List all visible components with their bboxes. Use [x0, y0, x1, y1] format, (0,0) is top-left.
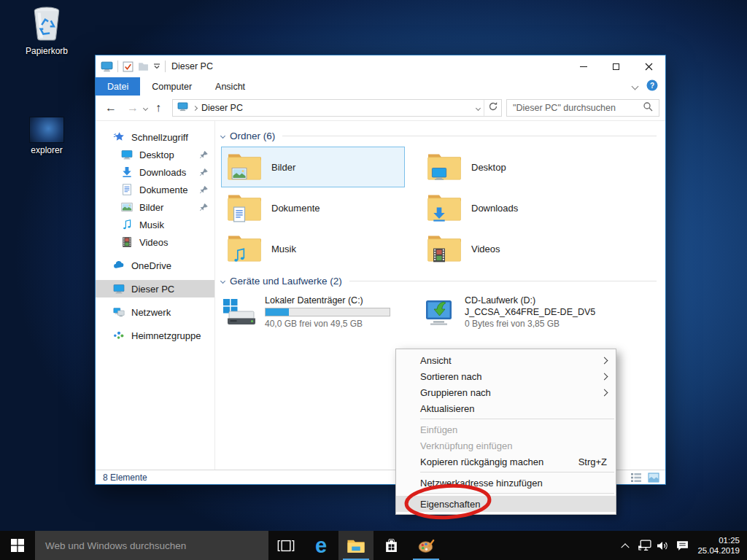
sidebar-item[interactable]: Netzwerk: [96, 303, 214, 321]
explorer-shortcut[interactable]: explorer: [15, 117, 78, 155]
details-view-icon[interactable]: [630, 472, 642, 483]
minimize-button[interactable]: [567, 55, 600, 77]
sidebar-item[interactable]: Heimnetzgruppe: [96, 327, 214, 344]
group-title: Geräte und Laufwerke (2): [230, 276, 342, 287]
new-folder-icon[interactable]: [138, 62, 149, 71]
store-taskbar-icon[interactable]: [374, 531, 409, 560]
recent-locations-chevron-icon[interactable]: [143, 105, 148, 110]
note-icon: [231, 247, 247, 263]
ribbon-tab[interactable]: Computer: [140, 77, 204, 96]
location-icon: [177, 101, 188, 114]
task-view-button[interactable]: [268, 531, 303, 560]
drive-d-tile[interactable]: CD-Laufwerk (D:) J_CCSA_X64FRE_DE-DE_DV5…: [421, 292, 621, 332]
taskbar-search-input[interactable]: Web und Windows durchsuchen: [35, 531, 268, 560]
volume-label: J_CCSA_X64FRE_DE-DE_DV5: [465, 306, 595, 318]
context-menu-item[interactable]: [420, 419, 614, 419]
sidebar-item[interactable]: Musik: [96, 216, 214, 233]
close-button[interactable]: [632, 55, 665, 77]
sidebar-item[interactable]: Dokumente: [96, 181, 214, 198]
volume-icon[interactable]: [654, 531, 673, 560]
star-icon: [113, 131, 125, 143]
folder-tile[interactable]: Desktop: [421, 147, 605, 187]
sidebar-item[interactable]: Downloads: [96, 163, 214, 181]
ribbon-tab[interactable]: Datei: [96, 77, 140, 96]
film-icon: [121, 236, 133, 248]
context-menu-item[interactable]: Einfügen: [396, 421, 616, 438]
edge-taskbar-icon[interactable]: e: [303, 531, 338, 560]
tray-chevron-icon[interactable]: [616, 531, 635, 560]
hard-drive-icon: [221, 297, 256, 327]
context-menu-item[interactable]: Netzwerkadresse hinzufügen: [396, 475, 616, 491]
collapse-chevron-icon[interactable]: [220, 133, 225, 138]
collapse-chevron-icon[interactable]: [220, 278, 225, 283]
customize-qat-chevron-icon[interactable]: [153, 63, 160, 69]
sidebar-item[interactable]: OneDrive: [96, 257, 214, 274]
homegroup-icon: [113, 330, 125, 341]
up-button[interactable]: ↑: [150, 102, 166, 114]
drives-grid: Lokaler Datenträger (C:) 40,0 GB frei vo…: [221, 292, 659, 332]
recycle-bin-shortcut[interactable]: Papierkorb: [15, 6, 78, 56]
breadcrumb-chevron-icon[interactable]: [193, 105, 198, 110]
refresh-icon[interactable]: [488, 101, 498, 114]
properties-checkbox-icon[interactable]: [123, 61, 133, 72]
start-button[interactable]: [0, 531, 35, 560]
help-icon[interactable]: ?: [646, 79, 658, 94]
clock-date: 25.04.2019: [692, 545, 740, 556]
context-menu-item[interactable]: [420, 472, 614, 472]
taskbar: Web und Windows durchsuchen e 01:25 25.0…: [0, 531, 747, 560]
film-icon: [431, 247, 447, 263]
folder-tile[interactable]: Bilder: [221, 147, 405, 187]
folder-tile[interactable]: Dokumente: [221, 187, 405, 228]
maximize-button[interactable]: [600, 55, 632, 77]
drive-name: CD-Laufwerk (D:): [465, 295, 595, 306]
context-menu-item[interactable]: Ansicht: [396, 352, 616, 368]
recycle-bin-label: Papierkorb: [15, 46, 78, 56]
sidebar-item[interactable]: Videos: [96, 233, 214, 251]
search-input[interactable]: "Dieser PC" durchsuchen: [506, 99, 659, 117]
drive-c-tile[interactable]: Lokaler Datenträger (C:) 40,0 GB frei vo…: [221, 292, 421, 332]
doc-icon: [121, 184, 133, 195]
sidebar-item[interactable]: Schnellzugriff: [96, 128, 214, 146]
group-title: Ordner (6): [230, 131, 275, 141]
context-menu-item[interactable]: Sortieren nach: [396, 368, 616, 384]
pin-icon: [199, 185, 209, 195]
context-menu-item[interactable]: [420, 493, 614, 494]
submenu-arrow-icon: [601, 357, 608, 364]
context-menu-item[interactable]: Aktualisieren: [396, 400, 616, 416]
explorer-taskbar-icon[interactable]: [338, 531, 374, 560]
action-center-icon[interactable]: [673, 531, 692, 560]
drives-group-header[interactable]: Geräte und Laufwerke (2): [221, 272, 659, 289]
doc-icon: [231, 206, 247, 222]
folders-group-header[interactable]: Ordner (6): [221, 127, 659, 144]
sidebar-item[interactable]: Desktop: [96, 146, 214, 163]
drive-free-space: 0 Bytes frei von 3,85 GB: [465, 318, 595, 330]
sidebar-item[interactable]: Dieser PC: [96, 280, 214, 298]
context-menu: Ansicht Sortieren nach Gruppieren nach A…: [395, 349, 616, 515]
divider: [117, 61, 118, 72]
large-icons-view-icon[interactable]: [648, 472, 659, 483]
forward-button[interactable]: →: [122, 102, 144, 114]
ribbon-tab[interactable]: Ansicht: [204, 77, 257, 96]
folder-tile[interactable]: Videos: [421, 228, 605, 269]
context-menu-item[interactable]: Verknüpfung einfügen: [396, 438, 616, 454]
paint-taskbar-icon[interactable]: [409, 531, 444, 560]
breadcrumb-location[interactable]: Dieser PC: [201, 103, 243, 113]
download-icon: [121, 166, 133, 178]
divider: [165, 61, 166, 72]
folder-tile[interactable]: Musik: [221, 228, 405, 269]
context-menu-item[interactable]: Eigenschaften: [396, 496, 616, 512]
sidebar-item[interactable]: Bilder: [96, 198, 214, 216]
folder-tile[interactable]: Downloads: [421, 187, 605, 228]
divider: [484, 100, 484, 116]
back-button[interactable]: ←: [100, 102, 122, 114]
address-bar[interactable]: Dieser PC: [172, 99, 502, 117]
clock[interactable]: 01:25 25.04.2019: [692, 535, 747, 556]
context-menu-item[interactable]: Kopieren rückgängig machen Strg+Z: [396, 454, 616, 470]
monitor-icon: [431, 166, 447, 182]
network-icon[interactable]: [635, 531, 654, 560]
address-dropdown-chevron-icon[interactable]: [476, 105, 481, 110]
window-controls: [567, 55, 665, 77]
context-menu-item[interactable]: Gruppieren nach: [396, 384, 616, 400]
expand-ribbon-chevron-icon[interactable]: [632, 83, 639, 90]
picture-icon: [231, 166, 247, 182]
